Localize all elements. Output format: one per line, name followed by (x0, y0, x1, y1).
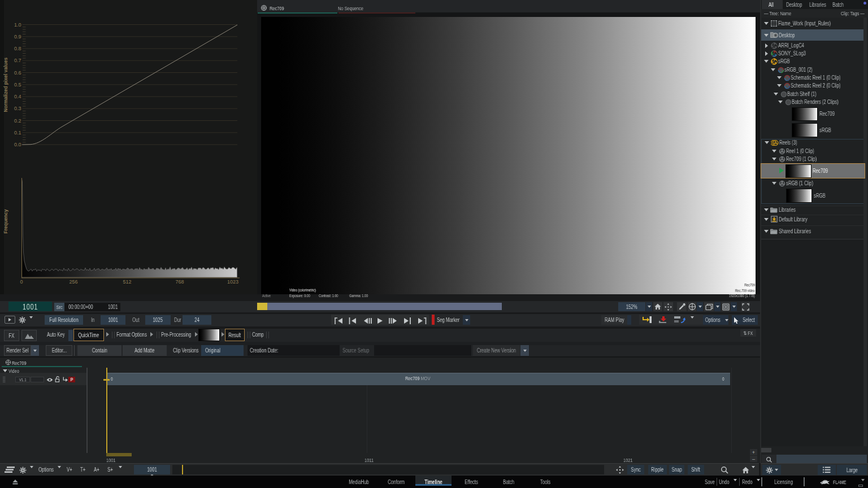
svg-text:256: 256 (69, 279, 77, 285)
svg-text:0.8: 0.8 (14, 46, 21, 51)
svg-text:1.0: 1.0 (14, 22, 21, 28)
svg-text:0.1: 0.1 (14, 130, 21, 136)
svg-text:Normalized pixel values: Normalized pixel values (3, 58, 8, 112)
svg-text:0.2: 0.2 (14, 118, 21, 124)
svg-text:Frequency: Frequency (3, 209, 8, 233)
svg-text:0.4: 0.4 (14, 94, 21, 99)
svg-text:512: 512 (123, 279, 131, 285)
svg-text:0.0: 0.0 (14, 142, 21, 147)
svg-text:768: 768 (175, 279, 184, 285)
svg-text:0.6: 0.6 (14, 70, 21, 76)
svg-text:1023: 1023 (227, 279, 238, 285)
svg-text:0.3: 0.3 (14, 106, 21, 111)
svg-text:0.7: 0.7 (14, 58, 21, 63)
svg-text:0.5: 0.5 (14, 82, 21, 88)
svg-text:0: 0 (20, 279, 23, 285)
svg-text:0.9: 0.9 (14, 34, 21, 40)
